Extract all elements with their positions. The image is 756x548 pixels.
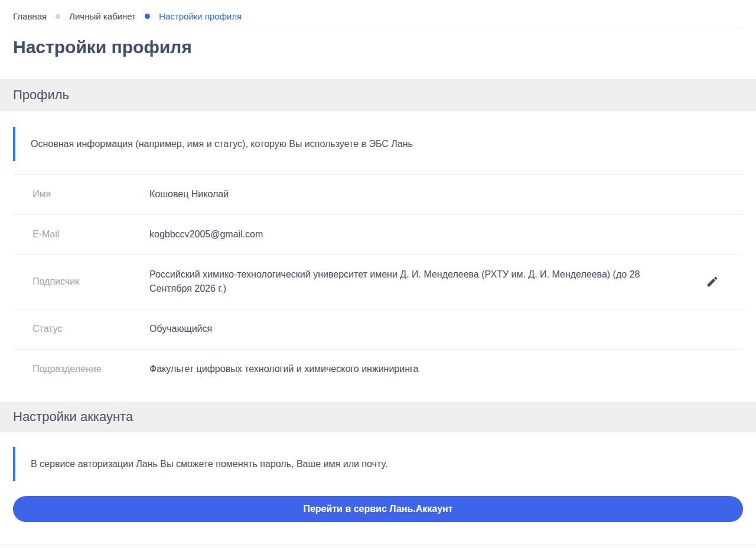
pencil-icon xyxy=(706,275,719,288)
profile-settings-page: Главная Личный кабинет Настройки профиля… xyxy=(0,0,756,548)
profile-info-text: Основная информация (например, имя и ста… xyxy=(31,139,413,149)
profile-fields-table: Имя Кошовец Николай E-Mail kogbbccv2005@… xyxy=(13,174,743,389)
field-label: Статус xyxy=(13,322,149,336)
breadcrumb: Главная Личный кабинет Настройки профиля xyxy=(0,0,756,28)
section-header-account-settings: Настройки аккаунта xyxy=(0,402,756,432)
field-label: Подписчик xyxy=(13,275,149,289)
field-label: Подразделение xyxy=(13,362,149,376)
page-title: Настройки профиля xyxy=(0,28,756,79)
breadcrumb-separator-dot-active-icon xyxy=(145,14,150,19)
section-header-profile: Профиль xyxy=(0,79,756,111)
go-to-lan-account-button[interactable]: Перейти в сервис Лань.Аккаунт xyxy=(13,496,743,522)
edit-subscriber-button[interactable] xyxy=(705,275,719,289)
breadcrumb-separator-dot-icon xyxy=(56,14,60,19)
field-value: Факультет цифровых технологий и химическ… xyxy=(149,362,743,376)
field-label: Имя xyxy=(13,187,149,201)
field-row-name: Имя Кошовец Николай xyxy=(13,174,743,214)
account-section-title: Настройки аккаунта xyxy=(13,409,133,425)
profile-info-note: Основная информация (например, имя и ста… xyxy=(13,127,743,161)
profile-section-title: Профиль xyxy=(13,87,69,103)
field-value: Обучающийся xyxy=(149,322,743,336)
field-label: E-Mail xyxy=(13,227,149,242)
field-value: Российский химико-технологический универ… xyxy=(149,268,705,296)
field-value: kogbbccv2005@gmail.com xyxy=(149,227,743,242)
field-row-subscriber: Подписчик Российский химико-технологичес… xyxy=(13,255,743,309)
breadcrumb-item-home[interactable]: Главная xyxy=(13,11,47,21)
breadcrumb-item-profile-settings[interactable]: Настройки профиля xyxy=(159,11,242,21)
field-row-status: Статус Обучающийся xyxy=(13,309,743,349)
breadcrumb-item-personal-cabinet[interactable]: Личный кабинет xyxy=(69,11,136,21)
field-row-department: Подразделение Факультет цифровых техноло… xyxy=(13,349,743,389)
bottom-strip xyxy=(0,544,756,548)
field-value: Кошовец Николай xyxy=(149,187,743,201)
account-info-note: В сервисе авторизации Лань Вы сможете по… xyxy=(13,447,743,481)
field-row-email: E-Mail kogbbccv2005@gmail.com xyxy=(13,214,743,255)
account-info-text: В сервисе авторизации Лань Вы сможете по… xyxy=(31,459,387,469)
